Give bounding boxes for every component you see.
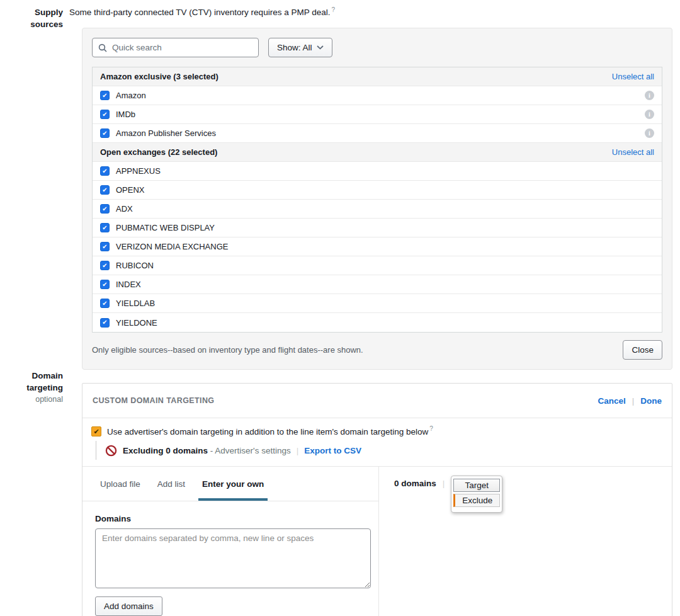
source-row: ✔INDEX: [93, 275, 662, 294]
quick-search-input[interactable]: [92, 38, 259, 57]
domain-targeting-label: Domain targeting: [0, 370, 63, 394]
custom-domain-targeting-panel: CUSTOM DOMAIN TARGETING Cancel | Done ✔ …: [82, 383, 672, 616]
advertiser-checkbox-row: ✔ Use advertiser's domain targeting in a…: [91, 426, 663, 436]
tab-enter-your-own[interactable]: Enter your own: [202, 467, 264, 501]
info-icon[interactable]: i: [645, 128, 654, 138]
supply-search-bar: Show: All: [92, 38, 662, 57]
domain-list-toolbar: 0 domains | TargetExclude: [394, 477, 672, 513]
source-label: YIELDONE: [116, 318, 157, 328]
source-label: APPNEXUS: [116, 166, 161, 176]
checkbox-checked[interactable]: ✔: [100, 128, 110, 138]
domain-panel-header: CUSTOM DOMAIN TARGETING Cancel | Done: [82, 384, 672, 418]
panel-title: CUSTOM DOMAIN TARGETING: [93, 396, 214, 405]
source-row: ✔APPNEXUS: [93, 162, 662, 181]
source-label: PUBMATIC WEB DISPLAY: [116, 223, 215, 232]
advertiser-checkbox-label: Use advertiser's domain targeting in add…: [107, 427, 428, 436]
domain-targeting-content: CUSTOM DOMAIN TARGETING Cancel | Done ✔ …: [69, 370, 680, 616]
tab-add-list[interactable]: Add list: [157, 467, 185, 501]
source-row: ✔OPENX: [93, 181, 662, 200]
group-header: Open exchanges (22 selected)Unselect all: [93, 143, 662, 162]
search-icon: [98, 43, 107, 52]
source-row: ✔Amazoni: [93, 86, 662, 105]
tab-upload-file[interactable]: Upload file: [100, 467, 140, 501]
info-icon[interactable]: i: [645, 91, 654, 100]
dropdown-option-target[interactable]: Target: [453, 479, 500, 492]
advertiser-checkbox-checked[interactable]: ✔: [91, 426, 101, 436]
advertiser-exclusions-row: Excluding 0 domains - Advertiser's setti…: [96, 441, 663, 460]
show-filter-dropdown[interactable]: Show: All: [268, 38, 332, 57]
tab-bar: Upload fileAdd listEnter your own: [82, 467, 378, 501]
checkbox-checked[interactable]: ✔: [100, 223, 110, 232]
source-row: ✔VERIZON MEDIA EXCHANGE: [93, 237, 662, 256]
add-domains-button[interactable]: Add domains: [95, 596, 162, 616]
advertiser-settings-note: - Advertiser's settings: [210, 446, 291, 455]
target-exclude-dropdown[interactable]: TargetExclude: [451, 476, 502, 513]
domains-count: 0 domains: [394, 477, 436, 490]
optional-label: optional: [0, 394, 63, 406]
domain-entry-pane: Upload fileAdd listEnter your own Domain…: [82, 467, 378, 616]
source-row: ✔RUBICON: [93, 256, 662, 275]
enter-your-own-content: Domains Add domains: [82, 501, 378, 616]
source-row: ✔Amazon Publisher Servicesi: [93, 124, 662, 143]
source-row: ✔PUBMATIC WEB DISPLAY: [93, 219, 662, 237]
info-icon[interactable]: i: [645, 110, 654, 119]
source-row: ✔YIELDONE: [93, 313, 662, 332]
source-label: Amazon: [116, 91, 146, 100]
supply-sources-row: Supply sources Some third-party connecte…: [0, 6, 680, 370]
divider: |: [297, 446, 299, 455]
source-row: ✔YIELDLAB: [93, 294, 662, 313]
unselect-all-link[interactable]: Unselect all: [612, 72, 654, 81]
supply-sources-panel: Show: All Amazon exclusive (3 selected)U…: [82, 28, 672, 370]
source-label: VERIZON MEDIA EXCHANGE: [116, 242, 228, 251]
source-label: YIELDLAB: [116, 299, 155, 308]
divider: |: [443, 477, 445, 490]
close-button[interactable]: Close: [623, 340, 662, 360]
eligibility-note: Only eligible sources--based on inventor…: [92, 345, 363, 355]
source-row: ✔ADX: [93, 200, 662, 219]
chevron-down-icon: [317, 45, 324, 50]
group-title: Open exchanges (22 selected): [100, 147, 217, 157]
page: Supply sources Some third-party connecte…: [0, 0, 680, 616]
domain-list-pane: 0 domains | TargetExclude: [378, 467, 672, 616]
source-label: ADX: [116, 204, 133, 214]
advertiser-targeting-section: ✔ Use advertiser's domain targeting in a…: [82, 418, 672, 467]
checkbox-checked[interactable]: ✔: [100, 242, 110, 251]
checkbox-checked[interactable]: ✔: [100, 280, 110, 289]
source-label: Amazon Publisher Services: [116, 128, 216, 138]
checkbox-checked[interactable]: ✔: [100, 110, 110, 119]
checkbox-checked[interactable]: ✔: [100, 166, 110, 176]
help-marker[interactable]: ?: [331, 6, 335, 13]
source-label: RUBICON: [116, 261, 154, 270]
checkbox-checked[interactable]: ✔: [100, 91, 110, 100]
supply-sources-description: Some third-party connected TV (CTV) inve…: [69, 6, 680, 19]
source-row: ✔IMDbi: [93, 105, 662, 124]
prohibition-icon: [105, 445, 117, 457]
export-to-csv-link[interactable]: Export to CSV: [304, 446, 361, 455]
domains-label: Domains: [95, 514, 366, 523]
supply-panel-footer: Only eligible sources--based on inventor…: [92, 340, 662, 360]
search-wrap: [92, 38, 259, 57]
supply-sources-content: Some third-party connected TV (CTV) inve…: [69, 6, 680, 370]
checkbox-checked[interactable]: ✔: [100, 185, 110, 195]
help-marker[interactable]: ?: [429, 425, 433, 432]
domain-targeting-row: Domain targeting optional CUSTOM DOMAIN …: [0, 370, 680, 616]
checkbox-checked[interactable]: ✔: [100, 299, 110, 308]
excluding-count-text: Excluding 0 domains - Advertiser's setti…: [123, 446, 291, 455]
checkbox-checked[interactable]: ✔: [100, 261, 110, 270]
supply-sources-field-label: Supply sources: [0, 6, 63, 370]
cancel-link[interactable]: Cancel: [598, 396, 625, 406]
group-title: Amazon exclusive (3 selected): [100, 72, 218, 81]
domains-textarea[interactable]: [95, 528, 371, 588]
done-link[interactable]: Done: [640, 396, 662, 406]
unselect-all-link[interactable]: Unselect all: [612, 147, 654, 157]
action-divider: |: [632, 396, 635, 406]
domain-targeting-field-label: Domain targeting optional: [0, 370, 63, 616]
dropdown-option-exclude[interactable]: Exclude: [453, 494, 500, 507]
domain-panel-body: Upload fileAdd listEnter your own Domain…: [82, 467, 672, 616]
source-label: OPENX: [116, 185, 145, 195]
supply-source-list: Amazon exclusive (3 selected)Unselect al…: [92, 67, 662, 333]
checkbox-checked[interactable]: ✔: [100, 318, 110, 328]
checkbox-checked[interactable]: ✔: [100, 204, 110, 214]
source-label: INDEX: [116, 280, 141, 289]
source-label: IMDb: [116, 110, 135, 119]
